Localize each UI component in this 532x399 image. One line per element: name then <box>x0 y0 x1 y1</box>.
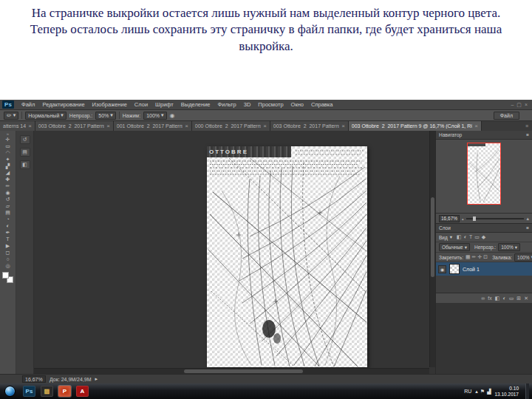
layer-row-selected[interactable]: ◉ Слой 1 <box>436 262 532 276</box>
taskbar-clock[interactable]: 0.10 13.10.2017 <box>494 386 519 398</box>
gradient-tool[interactable]: ▤ <box>1 209 15 216</box>
menu-Шрифт[interactable]: Шрифт <box>151 101 177 108</box>
menu-Выделение[interactable]: Выделение <box>177 101 214 108</box>
layer-effects-icon[interactable]: fx <box>488 296 491 301</box>
collapsed-info-panel-icon[interactable]: ◧ <box>20 160 30 169</box>
blur-tool[interactable]: ◔ <box>1 216 15 222</box>
menu-3D[interactable]: 3D <box>240 101 255 108</box>
menu-Изображение[interactable]: Изображение <box>89 101 131 108</box>
menu-Справка[interactable]: Справка <box>307 101 336 108</box>
document-tab[interactable]: 001 Ottobre_2_2017 Patterns 12× <box>114 121 192 131</box>
document-tab[interactable]: 003 Ottobre_2_2017 Patterns 10× <box>270 121 349 131</box>
filter-shape-layers-icon[interactable]: ▭ <box>474 234 480 240</box>
tray-network-icon[interactable]: ▟ <box>487 389 491 395</box>
tab-close-icon[interactable]: × <box>185 123 188 129</box>
vertical-scrollbar-thumb[interactable] <box>431 197 434 278</box>
tab-close-icon[interactable]: × <box>263 123 267 129</box>
document-tab[interactable]: 000 Ottobre_2_2017 Patterns 11× <box>192 121 270 131</box>
navigator-zoom-value[interactable]: 16,67% <box>439 215 460 222</box>
filter-smart-objects-icon[interactable]: ◆ <box>482 234 485 240</box>
eyedropper-tool[interactable]: ◢ <box>1 169 15 176</box>
taskbar-powerpoint-icon[interactable]: P <box>58 386 71 397</box>
dropdown-arrow-icon[interactable]: ▾ <box>450 234 452 240</box>
filter-adjustment-layers-icon[interactable]: ◐ <box>464 234 467 240</box>
layer-name[interactable]: Слой 1 <box>463 267 480 272</box>
type-tool[interactable]: T <box>1 236 15 242</box>
quick-selection-tool[interactable]: ✦ <box>1 156 15 163</box>
taskbar-acrobat-icon[interactable]: A <box>76 386 89 397</box>
tab-close-icon[interactable]: × <box>28 123 32 129</box>
file-button[interactable]: Файл <box>494 112 519 120</box>
flow-dropdown[interactable]: 100% ▾ <box>143 112 166 120</box>
menu-Редактирование[interactable]: Редактирование <box>38 101 88 108</box>
status-zoom-field[interactable]: 16,67% <box>22 375 46 383</box>
delete-layer-icon[interactable]: ✕ <box>524 296 528 301</box>
menu-Просмотр[interactable]: Просмотр <box>254 101 287 108</box>
tray-flag-icon[interactable]: ⚑ <box>480 389 485 395</box>
zoom-in-icon[interactable]: ▴ <box>526 216 529 222</box>
collapsed-properties-panel-icon[interactable]: ▤ <box>20 148 30 157</box>
status-arrow-icon[interactable]: ▸ <box>95 376 98 382</box>
airbrush-icon[interactable]: ◉ <box>170 112 175 119</box>
menu-Файл[interactable]: Файл <box>18 101 38 108</box>
brush-preset-picker[interactable]: ✏ ▾ <box>4 112 18 120</box>
navigator-tab[interactable]: Навигатор <box>439 132 462 137</box>
layers-tab[interactable]: Слои <box>439 225 451 231</box>
shape-tool[interactable]: ◻ <box>1 249 15 256</box>
canvas-area[interactable]: OTTOBRE <box>34 131 435 374</box>
blend-mode-dropdown[interactable]: Нормальный ▾ <box>25 112 66 120</box>
filter-pixel-layers-icon[interactable]: ◧ <box>457 234 462 240</box>
add-layer-mask-icon[interactable]: ◧ <box>495 296 500 301</box>
panel-menu-icon[interactable]: ≡ <box>522 121 532 131</box>
adjustment-layer-icon[interactable]: ◐ <box>502 296 505 301</box>
healing-brush-tool[interactable]: ✚ <box>1 176 15 183</box>
layer-blend-mode-dropdown[interactable]: Обычные ▾ <box>439 243 470 251</box>
document-tab[interactable]: 003 Ottobre_2_2017 Pattern 9 @ 16,7% (Сл… <box>349 121 482 131</box>
horizontal-scrollbar[interactable] <box>34 368 429 374</box>
link-layers-icon[interactable]: ∞ <box>481 296 485 301</box>
pen-tool[interactable]: ✒ <box>1 229 15 236</box>
panel-menu-icon[interactable]: ≡ <box>526 132 529 137</box>
marquee-tool[interactable]: ▭ <box>1 143 15 149</box>
new-layer-icon[interactable]: ⊞ <box>516 296 521 301</box>
zoom-out-icon[interactable]: ▴ <box>462 216 464 221</box>
filter-type-layers-icon[interactable]: T <box>469 234 472 240</box>
document-tab[interactable]: atterns 14× <box>0 121 35 131</box>
document-page[interactable]: OTTOBRE <box>207 146 367 367</box>
dodge-tool[interactable]: ◐ <box>1 222 15 229</box>
tab-close-icon[interactable]: × <box>474 123 478 129</box>
navigator-thumbnail[interactable] <box>467 143 501 205</box>
document-tab[interactable]: 003 Ottobre_2_2017 Patterns 13× <box>35 121 114 131</box>
eraser-tool[interactable]: ▱ <box>1 202 15 209</box>
taskbar-explorer-icon[interactable]: ▨ <box>41 386 53 397</box>
brush-tool[interactable]: ✏ <box>1 183 15 189</box>
foreground-color-swatch[interactable] <box>2 272 9 279</box>
menu-Слои[interactable]: Слои <box>131 101 151 108</box>
tab-close-icon[interactable]: × <box>106 123 110 129</box>
horizontal-scrollbar-thumb[interactable] <box>184 369 303 373</box>
crop-tool[interactable]: ▞ <box>1 163 15 169</box>
collapsed-history-panel-icon[interactable]: ↺ <box>20 135 30 144</box>
layer-fill-dropdown[interactable]: 100% ▾ <box>514 253 532 262</box>
close-button[interactable]: × <box>525 102 528 108</box>
layer-opacity-dropdown[interactable]: 100% ▾ <box>498 243 520 251</box>
maximize-button[interactable]: ▢ <box>516 102 522 108</box>
zoom-slider-handle[interactable] <box>473 216 476 221</box>
lock-image-pixels-icon[interactable]: ✏ <box>472 254 477 260</box>
layer-visibility-icon[interactable]: ◉ <box>438 265 446 273</box>
start-button[interactable] <box>4 386 16 397</box>
language-indicator[interactable]: RU <box>464 389 471 394</box>
history-brush-tool[interactable]: ↺ <box>1 196 15 202</box>
lasso-tool[interactable]: ◠ <box>1 149 15 156</box>
move-tool[interactable]: ✛ <box>1 136 15 143</box>
hand-tool[interactable]: ○ <box>1 256 15 262</box>
menu-Фильтр[interactable]: Фильтр <box>214 101 240 108</box>
zoom-tool[interactable]: ◎ <box>1 262 15 269</box>
layer-group-icon[interactable]: ▭ <box>509 296 514 301</box>
navigator-zoom-slider[interactable] <box>466 218 525 219</box>
path-selection-tool[interactable]: ▶ <box>1 242 15 249</box>
menu-Окно[interactable]: Окно <box>287 101 307 108</box>
opacity-dropdown[interactable]: 50% ▾ <box>95 112 116 120</box>
layer-thumbnail[interactable] <box>449 264 460 274</box>
clone-stamp-tool[interactable]: ◉ <box>1 189 15 196</box>
